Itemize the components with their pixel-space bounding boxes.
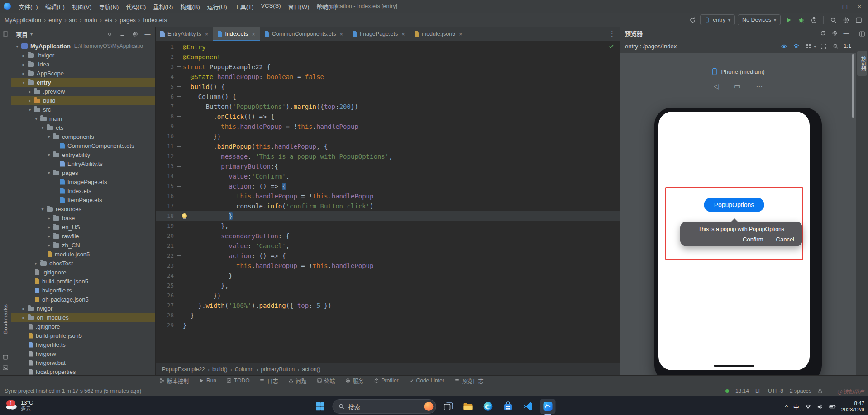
- tree-item[interactable]: .gitignore: [11, 268, 155, 277]
- previewer-stripe-tab[interactable]: 预览器: [857, 51, 867, 76]
- code-line[interactable]: 7 Button('PopupOptions').margin({top:200…: [156, 102, 620, 112]
- code-line[interactable]: 2@Component: [156, 52, 620, 62]
- zoom-out-icon[interactable]: [830, 41, 840, 51]
- ime-indicator[interactable]: 中: [793, 402, 799, 411]
- menu-item[interactable]: 代码(C): [123, 1, 149, 12]
- expand-arrow-icon[interactable]: ▸: [20, 306, 27, 311]
- tree-item[interactable]: ItemPage.ets: [11, 195, 155, 204]
- previewer-scrollbar[interactable]: [852, 54, 854, 118]
- code-line[interactable]: 18 }: [156, 211, 620, 221]
- tree-item[interactable]: ▸AppScope: [11, 69, 155, 78]
- expand-arrow-icon[interactable]: ▸: [46, 225, 52, 230]
- fold-marker-icon[interactable]: [176, 231, 183, 241]
- fold-marker-icon[interactable]: [176, 181, 183, 191]
- refresh-preview-icon[interactable]: [818, 28, 828, 38]
- expand-arrow-icon[interactable]: ▸: [46, 216, 52, 221]
- fold-marker-icon[interactable]: [176, 251, 183, 261]
- popup-cancel-button[interactable]: Cancel: [776, 236, 794, 243]
- tree-item[interactable]: ▾entry: [11, 78, 155, 87]
- breadcrumb-item[interactable]: action(): [302, 366, 320, 373]
- code-editor[interactable]: 1@Entry2@Component3struct PopupExample22…: [156, 41, 620, 363]
- tree-item[interactable]: hvigorw: [11, 349, 155, 358]
- tree-item[interactable]: ▸rawfile: [11, 231, 155, 241]
- editor-tab[interactable]: Index.ets×: [213, 27, 260, 41]
- expand-arrow-icon[interactable]: ▸: [27, 89, 33, 94]
- breadcrumb-item[interactable]: PopupExample22: [162, 366, 205, 373]
- volume-icon[interactable]: [817, 403, 824, 410]
- breadcrumb-item[interactable]: primaryButton: [261, 366, 295, 373]
- file-explorer-button[interactable]: [461, 399, 476, 414]
- code-line[interactable]: 8 .onClick(() => {: [156, 112, 620, 122]
- collapse-arrow-icon[interactable]: ▾: [39, 125, 46, 130]
- toolwindow-preview-log[interactable]: 预览日志: [454, 377, 484, 385]
- fold-marker-icon[interactable]: [176, 161, 183, 171]
- toolwindow-todo[interactable]: TODO: [226, 377, 249, 384]
- toolwindow-profiler[interactable]: Profiler: [374, 377, 399, 384]
- device-select[interactable]: No Devices ▾: [738, 14, 781, 25]
- tab-close-icon[interactable]: ×: [339, 31, 343, 38]
- locate-file-icon[interactable]: [105, 29, 114, 39]
- tree-item[interactable]: ▸build: [11, 96, 155, 105]
- chevron-down-icon[interactable]: ▾: [30, 32, 33, 37]
- menu-item[interactable]: 导航(N): [95, 1, 122, 12]
- expand-arrow-icon[interactable]: ▸: [27, 98, 33, 103]
- fold-marker-icon[interactable]: [176, 62, 183, 72]
- breadcrumb-item[interactable]: pages: [119, 17, 135, 24]
- tree-item[interactable]: ▸base: [11, 213, 155, 222]
- code-line[interactable]: 28 }: [156, 311, 620, 321]
- menu-item[interactable]: 编辑(E): [42, 1, 68, 12]
- zoom-level[interactable]: 1:1: [844, 43, 851, 49]
- editor-tab[interactable]: CommonComponents.ets×: [260, 27, 348, 41]
- code-line[interactable]: 1@Entry: [156, 42, 620, 52]
- taskbar-search[interactable]: 搜索: [333, 399, 436, 414]
- toolwindow-problems[interactable]: 问题: [288, 377, 307, 385]
- inspector-icon[interactable]: [779, 41, 789, 51]
- code-line[interactable]: 5 build() {: [156, 82, 620, 92]
- code-line[interactable]: 3struct PopupExample22 {: [156, 62, 620, 72]
- maximize-button[interactable]: ▢: [838, 1, 852, 12]
- fold-marker-icon[interactable]: [176, 141, 183, 151]
- fit-screen-icon[interactable]: [818, 41, 828, 51]
- bookmarks-stripe-tab[interactable]: Bookmarks: [3, 304, 8, 334]
- orientation-icon[interactable]: ▭: [734, 82, 740, 90]
- editor-tab[interactable]: ImagePage.ets×: [348, 27, 410, 41]
- tree-item[interactable]: ImagePage.ets: [11, 177, 155, 186]
- tree-item[interactable]: ▸.preview: [11, 87, 155, 96]
- settings-button[interactable]: [841, 15, 851, 25]
- collapse-arrow-icon[interactable]: ▾: [27, 107, 33, 112]
- tree-item[interactable]: EntryAbility.ts: [11, 159, 155, 168]
- expand-arrow-icon[interactable]: ▸: [20, 53, 27, 58]
- collapse-arrow-icon[interactable]: ▾: [46, 134, 52, 139]
- code-line[interactable]: 11 .bindPopup(this.handlePopup, {: [156, 141, 620, 151]
- close-button[interactable]: ×: [853, 1, 866, 12]
- tree-item[interactable]: ▸.hvigor: [11, 51, 155, 60]
- code-line[interactable]: 22 action: () => {: [156, 251, 620, 261]
- tree-item[interactable]: hvigorw.bat: [11, 358, 155, 367]
- code-line[interactable]: 20 secondaryButton: {: [156, 231, 620, 241]
- tab-close-icon[interactable]: ×: [401, 31, 405, 38]
- toolwindow-services[interactable]: 服务: [345, 377, 364, 385]
- tray-expand-icon[interactable]: ^: [785, 403, 788, 410]
- sync-project-icon[interactable]: [687, 15, 697, 25]
- breadcrumb-item[interactable]: src: [69, 17, 77, 24]
- breadcrumb-item[interactable]: Column: [235, 366, 253, 373]
- toolwindow-version-control[interactable]: 版本控制: [159, 377, 189, 385]
- code-line[interactable]: 23 this.handlePopup = !this.handlePopup: [156, 261, 620, 271]
- tree-item[interactable]: ▾ets: [11, 123, 155, 132]
- menu-item[interactable]: 构建(B): [177, 1, 203, 12]
- encoding-indicator[interactable]: UTF-8: [768, 388, 783, 394]
- breadcrumb-item[interactable]: Index.ets: [143, 17, 167, 24]
- collapse-arrow-icon[interactable]: ▾: [20, 80, 27, 85]
- tree-item[interactable]: hvigorfile.ts: [11, 340, 155, 349]
- fold-marker-icon[interactable]: [176, 112, 183, 122]
- tab-close-icon[interactable]: ×: [459, 31, 463, 38]
- tab-close-icon[interactable]: ×: [205, 31, 209, 38]
- device-label[interactable]: Phone (medium): [711, 68, 764, 75]
- editor-tab[interactable]: EntryAbility.ts×: [156, 27, 213, 41]
- multi-preview-icon[interactable]: [803, 41, 813, 51]
- code-line[interactable]: 15 action: () => {: [156, 181, 620, 191]
- code-line[interactable]: 21 value: 'Cancel',: [156, 241, 620, 251]
- tree-item[interactable]: build-profile.json5: [11, 331, 155, 340]
- toolwindow-code-linter[interactable]: Code Linter: [409, 377, 444, 384]
- stripe-settings-icon[interactable]: [859, 31, 865, 37]
